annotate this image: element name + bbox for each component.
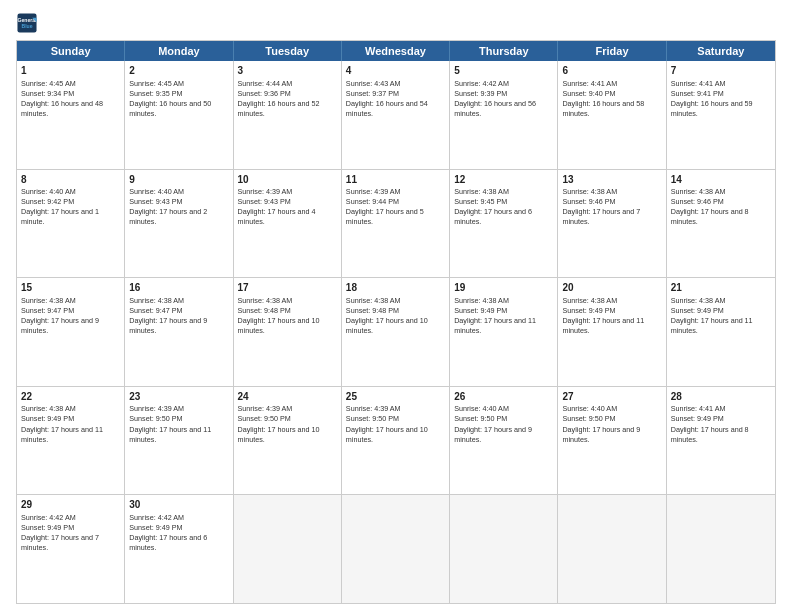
day-number: 20 [562,281,661,295]
calendar-cell [558,495,666,603]
cell-sun-info: Sunrise: 4:45 AM Sunset: 9:34 PM Dayligh… [21,79,103,118]
header-day-tuesday: Tuesday [234,41,342,61]
cell-sun-info: Sunrise: 4:38 AM Sunset: 9:47 PM Dayligh… [129,296,207,335]
day-number: 18 [346,281,445,295]
cell-sun-info: Sunrise: 4:38 AM Sunset: 9:45 PM Dayligh… [454,187,532,226]
day-number: 28 [671,390,771,404]
header-day-thursday: Thursday [450,41,558,61]
calendar-cell: 3Sunrise: 4:44 AM Sunset: 9:36 PM Daylig… [234,61,342,169]
calendar-cell: 2Sunrise: 4:45 AM Sunset: 9:35 PM Daylig… [125,61,233,169]
cell-sun-info: Sunrise: 4:42 AM Sunset: 9:49 PM Dayligh… [21,513,99,552]
cell-sun-info: Sunrise: 4:44 AM Sunset: 9:36 PM Dayligh… [238,79,320,118]
page: General Blue SundayMondayTuesdayWednesda… [0,0,792,612]
calendar-cell: 15Sunrise: 4:38 AM Sunset: 9:47 PM Dayli… [17,278,125,386]
cell-sun-info: Sunrise: 4:45 AM Sunset: 9:35 PM Dayligh… [129,79,211,118]
cell-sun-info: Sunrise: 4:43 AM Sunset: 9:37 PM Dayligh… [346,79,428,118]
cell-sun-info: Sunrise: 4:39 AM Sunset: 9:43 PM Dayligh… [238,187,316,226]
cell-sun-info: Sunrise: 4:40 AM Sunset: 9:43 PM Dayligh… [129,187,207,226]
calendar-cell: 29Sunrise: 4:42 AM Sunset: 9:49 PM Dayli… [17,495,125,603]
header-day-wednesday: Wednesday [342,41,450,61]
day-number: 5 [454,64,553,78]
calendar-cell: 18Sunrise: 4:38 AM Sunset: 9:48 PM Dayli… [342,278,450,386]
calendar-cell: 7Sunrise: 4:41 AM Sunset: 9:41 PM Daylig… [667,61,775,169]
calendar-cell: 5Sunrise: 4:42 AM Sunset: 9:39 PM Daylig… [450,61,558,169]
calendar-cell: 11Sunrise: 4:39 AM Sunset: 9:44 PM Dayli… [342,170,450,278]
cell-sun-info: Sunrise: 4:39 AM Sunset: 9:50 PM Dayligh… [129,404,211,443]
day-number: 13 [562,173,661,187]
day-number: 3 [238,64,337,78]
calendar-cell: 26Sunrise: 4:40 AM Sunset: 9:50 PM Dayli… [450,387,558,495]
day-number: 9 [129,173,228,187]
header-day-saturday: Saturday [667,41,775,61]
cell-sun-info: Sunrise: 4:40 AM Sunset: 9:50 PM Dayligh… [562,404,640,443]
header-row: General Blue [16,12,776,34]
calendar-week-1: 8Sunrise: 4:40 AM Sunset: 9:42 PM Daylig… [17,170,775,279]
day-number: 29 [21,498,120,512]
cell-sun-info: Sunrise: 4:38 AM Sunset: 9:48 PM Dayligh… [346,296,428,335]
calendar-cell: 9Sunrise: 4:40 AM Sunset: 9:43 PM Daylig… [125,170,233,278]
calendar-cell: 28Sunrise: 4:41 AM Sunset: 9:49 PM Dayli… [667,387,775,495]
calendar-cell: 19Sunrise: 4:38 AM Sunset: 9:49 PM Dayli… [450,278,558,386]
calendar-cell [667,495,775,603]
cell-sun-info: Sunrise: 4:38 AM Sunset: 9:49 PM Dayligh… [671,296,753,335]
calendar-cell: 14Sunrise: 4:38 AM Sunset: 9:46 PM Dayli… [667,170,775,278]
cell-sun-info: Sunrise: 4:40 AM Sunset: 9:42 PM Dayligh… [21,187,99,226]
cell-sun-info: Sunrise: 4:41 AM Sunset: 9:40 PM Dayligh… [562,79,644,118]
day-number: 27 [562,390,661,404]
cell-sun-info: Sunrise: 4:41 AM Sunset: 9:41 PM Dayligh… [671,79,753,118]
cell-sun-info: Sunrise: 4:41 AM Sunset: 9:49 PM Dayligh… [671,404,749,443]
cell-sun-info: Sunrise: 4:42 AM Sunset: 9:39 PM Dayligh… [454,79,536,118]
day-number: 24 [238,390,337,404]
calendar: SundayMondayTuesdayWednesdayThursdayFrid… [16,40,776,604]
day-number: 19 [454,281,553,295]
calendar-cell: 6Sunrise: 4:41 AM Sunset: 9:40 PM Daylig… [558,61,666,169]
cell-sun-info: Sunrise: 4:42 AM Sunset: 9:49 PM Dayligh… [129,513,207,552]
logo: General Blue [16,12,40,34]
calendar-week-3: 22Sunrise: 4:38 AM Sunset: 9:49 PM Dayli… [17,387,775,496]
svg-text:Blue: Blue [21,23,32,29]
calendar-cell: 13Sunrise: 4:38 AM Sunset: 9:46 PM Dayli… [558,170,666,278]
day-number: 22 [21,390,120,404]
cell-sun-info: Sunrise: 4:38 AM Sunset: 9:49 PM Dayligh… [454,296,536,335]
day-number: 25 [346,390,445,404]
cell-sun-info: Sunrise: 4:38 AM Sunset: 9:46 PM Dayligh… [671,187,749,226]
calendar-cell: 8Sunrise: 4:40 AM Sunset: 9:42 PM Daylig… [17,170,125,278]
cell-sun-info: Sunrise: 4:38 AM Sunset: 9:47 PM Dayligh… [21,296,99,335]
cell-sun-info: Sunrise: 4:39 AM Sunset: 9:44 PM Dayligh… [346,187,424,226]
cell-sun-info: Sunrise: 4:39 AM Sunset: 9:50 PM Dayligh… [238,404,320,443]
cell-sun-info: Sunrise: 4:38 AM Sunset: 9:49 PM Dayligh… [562,296,644,335]
day-number: 12 [454,173,553,187]
cell-sun-info: Sunrise: 4:40 AM Sunset: 9:50 PM Dayligh… [454,404,532,443]
calendar-cell [234,495,342,603]
day-number: 16 [129,281,228,295]
cell-sun-info: Sunrise: 4:38 AM Sunset: 9:49 PM Dayligh… [21,404,103,443]
day-number: 15 [21,281,120,295]
calendar-cell [450,495,558,603]
day-number: 6 [562,64,661,78]
cell-sun-info: Sunrise: 4:38 AM Sunset: 9:48 PM Dayligh… [238,296,320,335]
cell-sun-info: Sunrise: 4:38 AM Sunset: 9:46 PM Dayligh… [562,187,640,226]
calendar-cell: 30Sunrise: 4:42 AM Sunset: 9:49 PM Dayli… [125,495,233,603]
calendar-cell: 27Sunrise: 4:40 AM Sunset: 9:50 PM Dayli… [558,387,666,495]
day-number: 7 [671,64,771,78]
calendar-cell: 23Sunrise: 4:39 AM Sunset: 9:50 PM Dayli… [125,387,233,495]
calendar-cell: 21Sunrise: 4:38 AM Sunset: 9:49 PM Dayli… [667,278,775,386]
calendar-week-2: 15Sunrise: 4:38 AM Sunset: 9:47 PM Dayli… [17,278,775,387]
header-day-friday: Friday [558,41,666,61]
calendar-body: 1Sunrise: 4:45 AM Sunset: 9:34 PM Daylig… [17,61,775,603]
calendar-cell: 24Sunrise: 4:39 AM Sunset: 9:50 PM Dayli… [234,387,342,495]
calendar-cell: 16Sunrise: 4:38 AM Sunset: 9:47 PM Dayli… [125,278,233,386]
day-number: 30 [129,498,228,512]
day-number: 11 [346,173,445,187]
day-number: 4 [346,64,445,78]
calendar-week-4: 29Sunrise: 4:42 AM Sunset: 9:49 PM Dayli… [17,495,775,603]
calendar-cell [342,495,450,603]
calendar-cell: 1Sunrise: 4:45 AM Sunset: 9:34 PM Daylig… [17,61,125,169]
calendar-cell: 12Sunrise: 4:38 AM Sunset: 9:45 PM Dayli… [450,170,558,278]
logo-icon: General Blue [16,12,38,34]
day-number: 14 [671,173,771,187]
day-number: 1 [21,64,120,78]
header-day-monday: Monday [125,41,233,61]
day-number: 17 [238,281,337,295]
calendar-cell: 4Sunrise: 4:43 AM Sunset: 9:37 PM Daylig… [342,61,450,169]
